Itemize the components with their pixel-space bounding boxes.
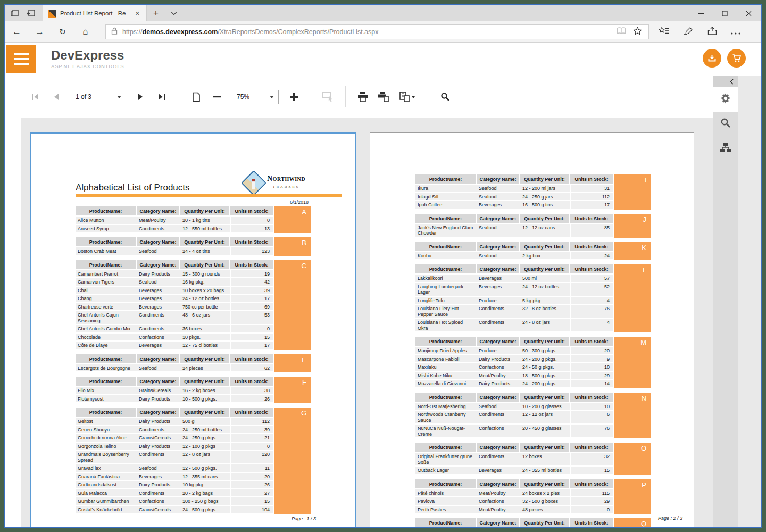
table-row: ChaiBeverages10 boxes x 20 bags39 [76, 287, 273, 294]
print-icon[interactable] [357, 92, 369, 102]
column-header: ProductName: [76, 377, 137, 386]
cell-category: Dairy Products [137, 418, 180, 425]
cell-units: 112 [570, 193, 613, 201]
cell-product-name: Original Frankfurter grüne Soße [415, 453, 477, 466]
column-header: Category Name: [477, 479, 520, 488]
table-row: Gustaf's KnäckebrödGrains/Cereals24 - 50… [76, 506, 273, 513]
zoom-combobox[interactable]: 75% [232, 90, 279, 104]
hub-favorites-icon[interactable] [659, 27, 669, 37]
refresh-icon[interactable]: ↻ [51, 27, 74, 37]
cell-units: 42 [230, 278, 273, 286]
cell-category: Dairy Products [137, 395, 180, 403]
letter-band: A [274, 206, 311, 233]
cell-category: Beverages [137, 295, 180, 302]
table-row: GudbrandsdalsostDairy Products10 kg pkg.… [76, 481, 273, 488]
column-header: Quantity Per Unit: [520, 174, 570, 184]
previous-page-icon[interactable] [50, 93, 62, 101]
cell-product-name: Louisiana Fiery Hot Pepper Sauce [415, 305, 477, 318]
forward-icon[interactable]: → [28, 27, 51, 37]
letter-band: G [274, 408, 311, 514]
page-setup-icon[interactable] [190, 92, 202, 102]
cell-units: 10 [570, 403, 613, 410]
download-button[interactable] [703, 49, 721, 68]
cell-quantity: 16 kg pkg. [180, 278, 230, 286]
section-table: ProductName:Category Name:Quantity Per U… [415, 214, 613, 238]
table-row: Chef Anton's Gumbo MixCondiments36 boxes… [76, 325, 273, 332]
reading-view-icon[interactable] [613, 27, 629, 37]
browser-tab[interactable]: Product List Report - Re ✕ [43, 5, 147, 21]
home-icon[interactable]: ⌂ [74, 27, 97, 37]
lock-icon [111, 27, 118, 37]
cell-quantity: 10 boxes x 20 bags [180, 287, 230, 294]
cell-quantity: 50 - 300 g pkgs. [520, 347, 570, 354]
tab-export-options[interactable] [713, 87, 738, 112]
cell-quantity: 2 kg box [520, 252, 570, 260]
cell-category: Condiments [477, 453, 520, 466]
minimize-button[interactable] [689, 5, 713, 21]
sidebar-collapse-button[interactable] [713, 76, 738, 87]
column-header: Units In Stock: [230, 237, 273, 246]
next-page-icon[interactable] [135, 93, 147, 101]
column-header: Quantity Per Unit: [520, 393, 570, 402]
page-number-combobox[interactable]: 1 of 3 [71, 90, 126, 104]
maximize-button[interactable] [713, 5, 737, 21]
favorite-star-icon[interactable] [629, 27, 645, 37]
column-header: Category Name: [477, 174, 520, 184]
cell-product-name: Chartreuse verte [76, 303, 137, 311]
cell-category: Beverages [137, 342, 180, 349]
table-header-row: ProductName:Category Name:Quantity Per U… [76, 408, 273, 417]
column-header: Category Name: [137, 408, 180, 417]
cell-product-name: Genen Shouyu [76, 426, 137, 434]
column-header: Category Name: [477, 242, 520, 251]
cell-category: Dairy Products [477, 380, 520, 387]
close-button[interactable] [737, 5, 761, 21]
url-field[interactable]: https://demos.devexpress.com/XtraReports… [105, 24, 649, 39]
column-header: ProductName: [415, 479, 477, 488]
title-underline-bar [76, 194, 342, 197]
report-page-1[interactable]: Alphabetical List of Products Northwind … [30, 132, 356, 527]
table-header-row: ProductName:Category Name:Quantity Per U… [415, 393, 613, 402]
last-page-icon[interactable] [156, 93, 168, 101]
cell-units: 76 [570, 425, 613, 437]
cell-category: Beverages [137, 303, 180, 311]
column-header: Units In Stock: [570, 393, 613, 402]
search-icon[interactable] [439, 92, 451, 102]
cell-quantity: 15 - 300 g rounds [180, 270, 230, 278]
zoom-out-icon[interactable] [211, 96, 223, 98]
cart-button[interactable] [727, 49, 746, 68]
new-tab-button[interactable]: + [147, 5, 165, 21]
table-row: Louisiana Hot Spiced OkraCondiments24 - … [415, 319, 613, 331]
tab-preview-chevron-icon[interactable] [165, 5, 183, 21]
print-page-icon[interactable] [378, 92, 389, 102]
cell-quantity: 12 - 200 ml jars [520, 185, 570, 192]
cell-units: 120 [230, 451, 273, 463]
report-page-2[interactable]: ProductName:Category Name:Quantity Per U… [370, 132, 694, 527]
restore-tabs-icon[interactable] [27, 9, 35, 18]
logo-name: Northwind [267, 174, 305, 184]
tab-search[interactable] [713, 112, 738, 136]
menu-hamburger-button[interactable] [6, 45, 36, 73]
table-row: Camembert PierrotDairy Products15 - 300 … [76, 270, 273, 278]
document-viewer[interactable]: Alphabetical List of Products Northwind … [21, 118, 713, 527]
cell-units: 52 [570, 283, 613, 296]
column-header: Category Name: [477, 337, 520, 346]
share-icon[interactable] [707, 27, 717, 37]
first-page-icon[interactable] [29, 93, 41, 101]
column-header: ProductName: [415, 443, 477, 452]
cell-quantity: 24 - 200 g pkgs. [520, 380, 570, 387]
tab-document-map[interactable] [713, 136, 738, 161]
letter-band: O [614, 443, 651, 475]
column-header: Units In Stock: [570, 214, 613, 223]
table-row: KonbuSeafood2 kg box24 [415, 252, 613, 260]
cell-category: Seafood [137, 278, 180, 286]
ink-pen-icon[interactable] [683, 27, 694, 37]
back-icon[interactable]: ← [5, 27, 28, 37]
tabs-set-aside-icon[interactable] [11, 9, 19, 18]
more-options-icon[interactable] [731, 27, 740, 37]
zoom-in-icon[interactable] [288, 93, 299, 102]
cell-product-name: Outback Lager [415, 467, 477, 474]
tab-close-icon[interactable]: ✕ [133, 9, 142, 18]
cell-quantity: 100 - 250 g bags [180, 497, 230, 505]
export-icon[interactable] [398, 92, 417, 102]
cell-quantity: 24 - 50 g pkgs. [520, 363, 570, 371]
